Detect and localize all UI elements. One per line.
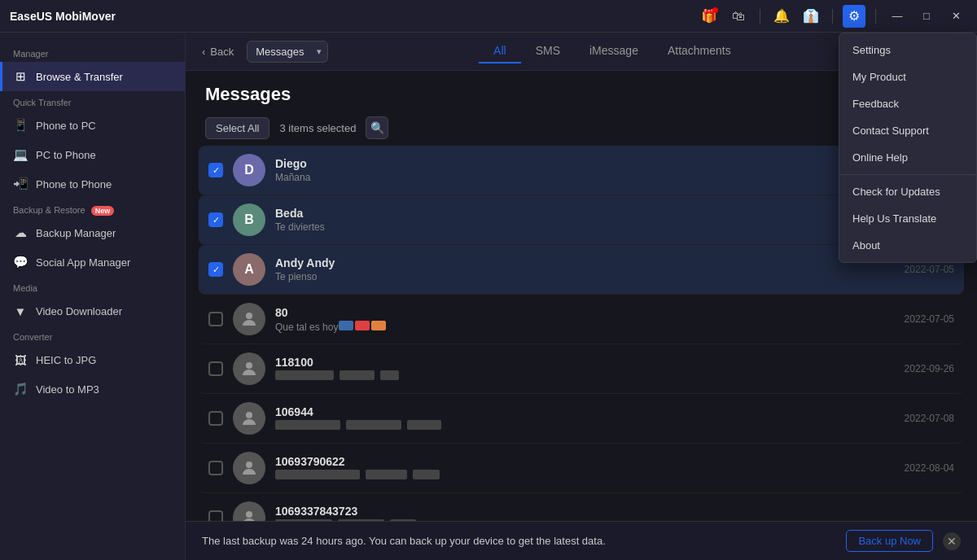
bell-icon[interactable]: 🔔 [770,5,793,28]
menu-item-contact-support[interactable]: Contact Support [839,117,976,144]
message-info: Andy AndyTe pienso [275,256,895,282]
sidebar-item-video-to-mp3[interactable]: 🎵 Video to MP3 [0,374,185,404]
divider2 [832,9,833,24]
message-preview: Que tal es hoy [275,321,895,333]
select-all-button[interactable]: Select All [205,117,269,139]
messages-dropdown-wrap: Messages Contacts Photos Videos [247,41,328,63]
sidebar-item-video-downloader[interactable]: ▼ Video Downloader [0,296,185,326]
sidebar-item-pc-to-phone[interactable]: 💻 PC to Phone [0,140,185,169]
backup-restore-label: Backup & Restore New [0,199,185,218]
search-icon: 🔍 [370,121,384,134]
message-checkbox[interactable] [208,510,223,521]
maximize-button[interactable]: □ [915,5,938,28]
menu-item-check-for-updates[interactable]: Check for Updates [839,178,976,205]
selected-count: 3 items selected [279,122,356,134]
message-name: 106944 [275,405,895,418]
sidebar-item-browse-transfer[interactable]: ⊞ Browse & Transfer [0,62,185,91]
message-name: 80 [275,306,895,319]
search-button[interactable]: 🔍 [366,116,388,139]
phone-to-pc-label: Phone to PC [36,120,96,132]
sidebar-item-heic-to-jpg[interactable]: 🖼 HEIC to JPG [0,345,185,374]
message-checkbox[interactable] [208,312,223,326]
content-type-select[interactable]: Messages Contacts Photos Videos [247,41,328,63]
message-date: 2022-07-08 [905,413,954,424]
close-button[interactable]: ✕ [944,5,967,28]
tab-imessage[interactable]: iMessage [575,39,653,63]
video-downloader-icon: ▼ [13,304,28,318]
backup-now-button[interactable]: Back up Now [846,530,933,552]
message-name: 118100 [275,356,895,369]
video-to-mp3-label: Video to MP3 [36,383,99,396]
new-badge: New [91,206,115,216]
store-icon[interactable]: 🛍 [727,5,750,28]
converter-label: Converter [0,326,185,345]
title-bar: EaseUS MobiMover 🎁 🛍 🔔 👔 ⚙ — □ ✕ Setting… [0,0,977,33]
menu-item-about[interactable]: About [839,232,976,259]
message-preview: Te pienso [275,271,895,282]
message-info: DiegoMañana [275,157,895,183]
pc-to-phone-label: PC to Phone [36,149,96,161]
browse-transfer-icon: ⊞ [13,69,28,84]
menu-item-my-product[interactable]: My Product [839,63,976,90]
phone-to-phone-label: Phone to Phone [36,178,112,190]
tab-attachments[interactable]: Attachments [653,39,746,63]
svg-point-2 [246,412,252,418]
message-item[interactable]: 80Que tal es hoy2022-07-05 [199,295,964,344]
message-item[interactable]: 106944blurred blurred blurred2022-07-08 [199,394,964,444]
message-checkbox[interactable] [208,361,223,376]
sidebar-item-phone-to-phone[interactable]: 📲 Phone to Phone [0,169,185,199]
gift-icon[interactable]: 🎁 [698,5,721,28]
sidebar-item-phone-to-pc[interactable]: 📱 Phone to PC [0,111,185,140]
sidebar-item-social-app-manager[interactable]: 💬 Social App Manager [0,247,185,277]
message-avatar [233,452,265,484]
video-downloader-label: Video Downloader [36,305,122,317]
backup-manager-label: Backup Manager [36,227,116,239]
menu-divider [839,174,976,175]
back-button[interactable]: ‹ Back [202,46,234,58]
pc-to-phone-icon: 💻 [13,147,28,162]
main-layout: Manager ⊞ Browse & Transfer Quick Transf… [0,33,977,560]
message-checkbox[interactable] [208,411,223,426]
message-info: 118100blurred blurred blurred [275,356,895,382]
minimize-button[interactable]: — [886,5,909,28]
menu-item-online-help[interactable]: Online Help [839,144,976,171]
divider3 [875,9,876,24]
message-info: 80Que tal es hoy [275,306,895,333]
message-checkbox[interactable] [208,461,223,475]
message-avatar [233,303,265,335]
sidebar: Manager ⊞ Browse & Transfer Quick Transf… [0,33,186,560]
menu-item-feedback[interactable]: Feedback [839,90,976,117]
message-info: 106944blurred blurred blurred [275,405,895,431]
message-name: Beda [275,207,895,220]
backup-manager-icon: ☁ [13,225,28,240]
message-preview: blurred blurred blurred [275,420,895,431]
message-item[interactable]: 118100blurred blurred blurred2022-09-26 [199,344,964,394]
message-info: BedaTe diviertes [275,207,895,233]
tab-sms[interactable]: SMS [521,39,575,63]
message-checkbox[interactable]: ✓ [208,212,223,227]
menu-item-help-us-translate[interactable]: Help Us Translate [839,205,976,232]
message-item[interactable]: 1069337843723blurred blurred blurred [199,493,964,521]
close-backup-bar-button[interactable]: ✕ [943,532,961,550]
backup-bar: The last backup was 24 hours ago. You ca… [186,521,977,560]
message-avatar: B [233,203,265,236]
message-preview: blurred blurred blurred [275,370,895,382]
message-checkbox[interactable]: ✓ [208,262,223,277]
message-avatar: A [233,253,265,286]
hanger-icon[interactable]: 👔 [800,5,822,28]
message-name: Diego [275,157,895,170]
menu-item-settings[interactable]: Settings [839,37,976,63]
message-date: 2022-08-04 [905,462,954,474]
dropdown-menu: SettingsMy ProductFeedbackContact Suppor… [839,33,977,263]
message-checkbox[interactable]: ✓ [208,163,223,177]
quick-transfer-label: Quick Transfer [0,91,185,111]
settings-icon[interactable]: ⚙ [843,5,865,28]
message-avatar [233,501,265,521]
svg-point-3 [246,462,252,468]
browse-transfer-label: Browse & Transfer [36,71,123,83]
phone-to-phone-icon: 📲 [13,177,28,191]
message-item[interactable]: 10693790622blurred blurred blurred2022-0… [199,444,964,493]
tab-all[interactable]: All [479,39,521,63]
svg-point-4 [246,511,252,518]
sidebar-item-backup-manager[interactable]: ☁ Backup Manager [0,218,185,247]
